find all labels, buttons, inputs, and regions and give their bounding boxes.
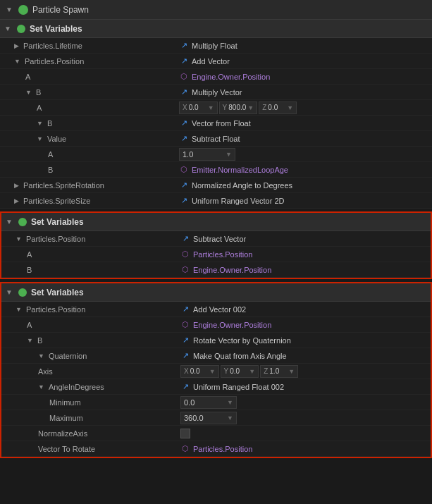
s2-row-particles-position: ▼ Particles.Position ↗ Subtract Vector [1, 231, 431, 247]
s3-b-arrow[interactable]: ▼ [27, 337, 33, 344]
value-pos-a: ⬡ Engine.Owner.Position [176, 72, 432, 82]
s3-label-b: ▼ B [1, 336, 178, 345]
label-value-a: A [0, 150, 176, 159]
position-value-text: Add Vector [192, 57, 230, 66]
number-input-a[interactable]: 1.0 ▼ [179, 148, 235, 161]
s3-value-minimum: 0.0 ▼ [178, 396, 431, 409]
row-sprite-rotation: ▶ Particles.SpriteRotation ↗ Normalized … [0, 178, 432, 193]
value-sprite-rotation: ↗ Normalized Angle to Degrees [176, 180, 432, 190]
row-pos-a: A ⬡ Engine.Owner.Position [0, 69, 432, 85]
rotation-arrow[interactable]: ▶ [14, 182, 19, 189]
s2-position-arrow[interactable]: ▼ [16, 235, 22, 242]
value-value: ↗ Subtract Float [176, 134, 432, 144]
value-value-text: Subtract Float [192, 135, 240, 143]
s3-label-axis: Axis [1, 367, 178, 376]
label-b-a: A [0, 104, 176, 112]
s2-a-value: Particles.Position [193, 250, 252, 259]
s2-value-a: ⬡ Particles.Position [178, 250, 431, 259]
s3-row-a: A ⬡ Engine.Owner.Position [1, 317, 431, 333]
s2-row-b: B ⬡ Engine.Owner.Position [1, 262, 431, 278]
value-b-b: ↗ Vector from Float [176, 118, 432, 128]
title-bar-icon [18, 5, 28, 15]
row-particles-lifetime: ▶ Particles.Lifetime ↗ Multiply Float [0, 38, 432, 54]
s3-row-normalize: NormalizeAxis [1, 426, 431, 441]
position-graph-icon: ↗ [179, 56, 189, 66]
section3-collapse[interactable]: ▼ [6, 288, 13, 296]
lifetime-arrow[interactable]: ▶ [14, 42, 19, 49]
value-pos-b: ↗ Multiply Vector [176, 87, 432, 97]
section2-status-icon [18, 218, 27, 226]
rotation-value: Normalized Angle to Degrees [192, 181, 292, 190]
value-arrow[interactable]: ▼ [37, 135, 43, 142]
s2-b-value: Engine.Owner.Position [193, 266, 271, 274]
s3-min-input[interactable]: 0.0 ▼ [180, 396, 237, 409]
row-value-a: A 1.0 ▼ [0, 147, 432, 162]
s3-value-quaternion: ↗ Make Quat from Axis Angle [178, 351, 431, 361]
label-value: ▼ Value [0, 135, 176, 143]
s3-label-angle: ▼ AngleInDegrees [1, 383, 178, 391]
s3-quat-arrow[interactable]: ▼ [38, 352, 44, 359]
s2-label-b: B [1, 266, 178, 274]
row-value: ▼ Value ↗ Subtract Float [0, 131, 432, 147]
s3-position-value: Add Vector 002 [193, 305, 246, 314]
s3-label-maximum: Maximum [1, 414, 178, 422]
s3-vector-value: Particles.Position [193, 445, 252, 453]
s3-angle-graph-icon: ↗ [180, 382, 190, 392]
b-b-graph-icon: ↗ [179, 118, 189, 128]
b-b-arrow[interactable]: ▼ [37, 120, 43, 127]
pos-b-arrow[interactable]: ▼ [25, 89, 32, 96]
s3-xyz-z[interactable]: Z 1.0 ▼ [260, 365, 298, 378]
s3-a-value: Engine.Owner.Position [193, 321, 271, 329]
s3-xyz-group: X 0.0 ▼ Y 0.0 ▼ Z 1.0 ▼ [180, 365, 298, 378]
section1-collapse[interactable]: ▼ [4, 25, 11, 32]
s3-angle-arrow[interactable]: ▼ [38, 383, 44, 391]
s3-label-particles-position: ▼ Particles.Position [1, 305, 178, 314]
size-arrow[interactable]: ▶ [14, 197, 19, 204]
b-b-value: Vector from Float [192, 119, 251, 128]
value-b-text: Emitter.NormalizedLoopAge [192, 166, 288, 174]
s2-position-graph-icon: ↗ [180, 234, 190, 244]
size-value: Uniform Ranged Vector 2D [192, 197, 284, 205]
xyz-x-input[interactable]: X 0.0 ▼ [179, 102, 218, 114]
xyz-z-input[interactable]: Z 0.0 ▼ [259, 102, 297, 114]
section3-status-icon [18, 288, 27, 297]
position-arrow[interactable]: ▼ [14, 58, 20, 65]
xyz-group-a: X 0.0 ▼ Y 800.0 ▼ Z 0.0 ▼ [179, 102, 297, 114]
s3-value-normalize [178, 429, 431, 438]
row-pos-b: ▼ B ↗ Multiply Vector [0, 85, 432, 100]
value-value-a: 1.0 ▼ [176, 148, 432, 161]
s3-value-maximum: 360.0 ▼ [178, 412, 431, 424]
s3-position-arrow[interactable]: ▼ [16, 306, 22, 313]
s3-value-axis: X 0.0 ▼ Y 0.0 ▼ Z 1.0 ▼ [178, 365, 431, 378]
s3-row-maximum: Maximum 360.0 ▼ [1, 410, 431, 426]
s2-value-particles-position: ↗ Subtract Vector [178, 234, 431, 244]
title-bar: ▼ Particle Spawn [0, 0, 432, 20]
section2-collapse[interactable]: ▼ [6, 218, 13, 226]
s3-quat-value: Make Quat from Axis Angle [193, 352, 287, 360]
s2-value-b: ⬡ Engine.Owner.Position [178, 265, 431, 275]
section-header-1: ▼ Set Variables [0, 20, 432, 38]
s2-label-a: A [1, 250, 178, 259]
s2-label-particles-position: ▼ Particles.Position [1, 235, 178, 243]
xyz-y-input[interactable]: Y 800.0 ▼ [219, 102, 258, 114]
s3-quat-graph-icon: ↗ [180, 351, 190, 361]
s3-angle-value: Uniform Ranged Float 002 [193, 383, 284, 391]
s3-vector-link-icon: ⬡ [180, 444, 190, 454]
s2-row-a: A ⬡ Particles.Position [1, 247, 431, 262]
label-sprite-rotation: ▶ Particles.SpriteRotation [0, 181, 176, 190]
title-collapse-arrow[interactable]: ▼ [6, 6, 13, 13]
title-bar-text: Particle Spawn [32, 5, 89, 15]
s3-max-input[interactable]: 360.0 ▼ [180, 412, 237, 424]
s2-b-link-icon: ⬡ [180, 265, 190, 275]
row-particles-position: ▼ Particles.Position ↗ Add Vector [0, 54, 432, 69]
s3-value-vector: ⬡ Particles.Position [178, 444, 431, 454]
s3-b-value: Rotate Vector by Quaternion [193, 336, 291, 345]
rotation-graph-icon: ↗ [179, 180, 189, 190]
section-header-2: ▼ Set Variables [1, 213, 431, 231]
value-b-a: X 0.0 ▼ Y 800.0 ▼ Z 0.0 ▼ [176, 102, 432, 114]
s3-normalize-checkbox[interactable] [180, 429, 190, 438]
s3-xyz-x[interactable]: X 0.0 ▼ [180, 365, 219, 378]
s3-xyz-y[interactable]: Y 0.0 ▼ [221, 365, 259, 378]
section3-title: Set Variables [31, 288, 84, 297]
s3-row-minimum: Minimum 0.0 ▼ [1, 395, 431, 410]
